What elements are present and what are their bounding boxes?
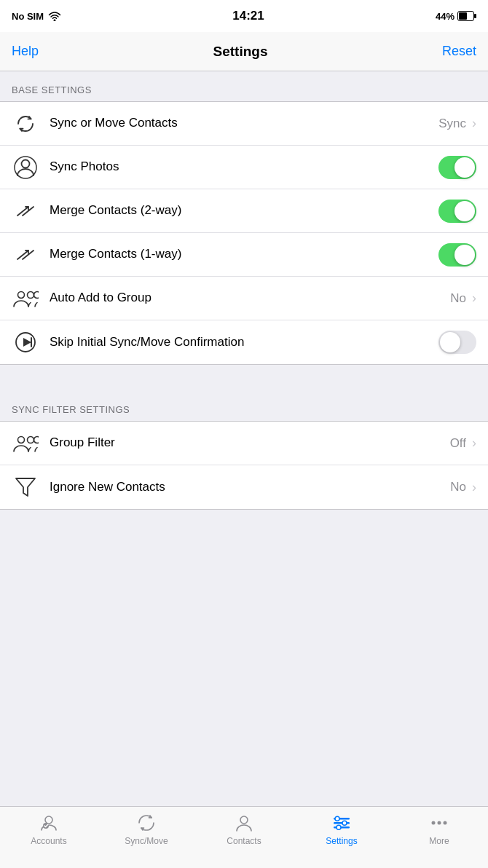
svg-point-17 [34,436,39,443]
accounts-tab-label: Accounts [31,836,66,846]
skip-icon [12,328,39,356]
merge-1way-toggle[interactable] [438,243,476,267]
sync-photos-toggle[interactable] [438,156,476,179]
svg-line-5 [17,207,28,216]
svg-point-26 [337,825,341,829]
ignore-new-value: No [450,480,466,494]
svg-point-25 [342,821,347,825]
sync-move-label: Sync or Move Contacts [50,115,438,131]
more-tab-label: More [429,836,449,846]
accounts-tab-icon [39,813,59,833]
ignore-new-row[interactable]: Ignore New Contacts No › [0,465,488,509]
status-bar: No SIM 14:21 44% [0,0,488,32]
svg-rect-2 [459,12,467,20]
sync-move-row[interactable]: Sync or Move Contacts Sync › [0,102,488,146]
status-time: 14:21 [232,9,264,23]
skip-initial-row[interactable]: Skip Initial Sync/Move Confirmation [0,320,488,364]
tab-contacts[interactable]: Contacts [195,813,293,846]
status-right: 44% [436,11,476,22]
sync-tab-icon [136,813,157,833]
filter-icon [12,473,39,501]
merge-2way-toggle[interactable] [438,200,476,223]
svg-point-29 [444,821,447,825]
group-filter-value: Off [450,436,466,451]
svg-point-15 [18,436,25,443]
auto-add-group-value: No [450,291,466,306]
merge-2way-label: Merge Contacts (2-way) [50,202,438,218]
svg-point-11 [34,291,39,298]
reset-button[interactable]: Reset [442,44,476,59]
group-filter-chevron: › [472,435,476,451]
help-button[interactable]: Help [12,44,39,59]
sync-photos-row[interactable]: Sync Photos [0,146,488,189]
nav-bar: Help Settings Reset [0,32,488,71]
contacts-tab-icon [234,813,254,833]
battery-icon [457,11,476,21]
svg-point-28 [438,821,441,825]
base-settings-list: Sync or Move Contacts Sync › Sync Photos [0,101,488,365]
auto-add-group-row[interactable]: Auto Add to Group No › [0,277,488,320]
battery-percent: 44% [436,11,454,22]
more-tab-icon [429,813,449,833]
group-filter-icon [12,430,39,457]
ignore-new-label: Ignore New Contacts [50,479,450,495]
merge-1way-icon [12,241,39,269]
nav-title: Settings [213,44,268,60]
tab-settings[interactable]: Settings [293,813,390,846]
group-filter-label: Group Filter [50,435,450,451]
sync-move-value: Sync [438,117,466,131]
group-filter-row[interactable]: Group Filter Off › [0,422,488,465]
svg-point-20 [240,816,248,824]
tab-more[interactable]: More [390,813,488,846]
svg-point-3 [22,159,30,167]
carrier-label: No SIM [12,11,44,22]
merge-2way-icon [12,197,39,225]
group-icon [12,285,39,312]
tab-bar: Accounts Sync/Move Contacts [0,806,488,868]
merge-1way-row[interactable]: Merge Contacts (1-way) [0,233,488,277]
tab-sync-move[interactable]: Sync/Move [98,813,195,846]
wifi-icon [48,11,61,21]
svg-point-18 [45,816,52,824]
ignore-new-chevron: › [472,480,476,495]
skip-initial-label: Skip Initial Sync/Move Confirmation [50,334,438,350]
sync-photos-label: Sync Photos [50,159,438,175]
section-gap [0,365,488,391]
tab-accounts[interactable]: Accounts [0,813,98,846]
svg-marker-13 [23,338,31,347]
svg-point-16 [28,436,34,443]
sync-move-tab-label: Sync/Move [125,836,168,846]
settings-tab-icon [331,813,352,833]
merge-2way-row[interactable]: Merge Contacts (2-way) [0,189,488,233]
status-left: No SIM [12,11,61,22]
sync-filter-list: Group Filter Off › Ignore New Contacts N… [0,421,488,510]
svg-rect-1 [474,14,476,18]
settings-tab-label: Settings [326,836,357,846]
sync-move-chevron: › [472,116,476,131]
contacts-tab-label: Contacts [227,836,261,846]
sync-filter-header: SYNC FILTER SETTINGS [0,391,488,421]
merge-1way-label: Merge Contacts (1-way) [50,246,438,262]
auto-add-group-chevron: › [472,291,476,306]
svg-point-27 [432,821,436,825]
svg-point-10 [28,291,34,298]
svg-point-9 [18,291,25,298]
base-settings-header: BASE SETTINGS [0,71,488,101]
skip-initial-toggle[interactable] [438,331,476,354]
settings-content: BASE SETTINGS Sync or Move Contacts Sync… [0,71,488,572]
svg-point-24 [335,816,339,821]
auto-add-group-label: Auto Add to Group [50,290,450,306]
svg-line-7 [17,250,28,259]
person-icon [12,154,39,181]
sync-icon [12,110,39,138]
